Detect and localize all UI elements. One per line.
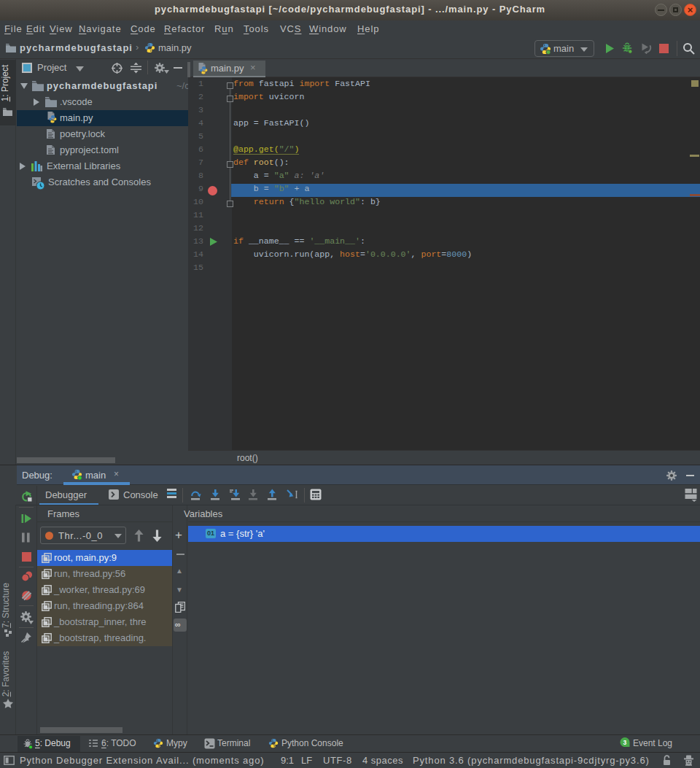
svg-text:3: 3 — [623, 739, 626, 746]
